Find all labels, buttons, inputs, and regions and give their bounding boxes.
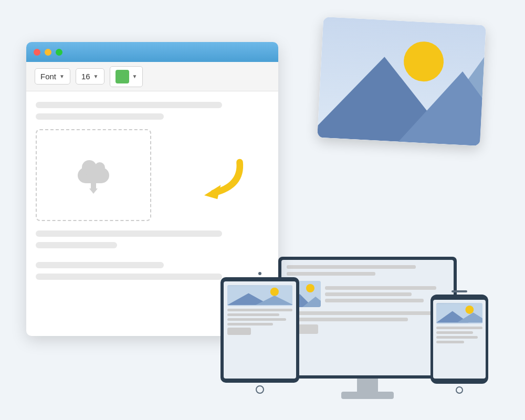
upload-dropzone[interactable] <box>36 129 151 221</box>
phone-frame <box>430 295 488 384</box>
phone-device <box>430 290 488 394</box>
tablet-line-4 <box>227 323 273 326</box>
monitor-mini-line-1 <box>325 286 436 290</box>
monitor-display <box>281 260 454 375</box>
monitor-mini-lines <box>325 281 448 307</box>
traffic-light-green[interactable] <box>56 49 62 56</box>
traffic-light-yellow[interactable] <box>45 49 51 56</box>
content-line-4 <box>36 242 117 248</box>
monitor-mini-line-2 <box>325 292 412 296</box>
phone-line-3 <box>436 336 478 339</box>
font-arrow: ▼ <box>59 74 65 79</box>
content-line-5 <box>36 262 164 268</box>
phone-line-2 <box>436 331 473 334</box>
cloud-arrow <box>91 180 96 190</box>
svg-point-7 <box>306 284 314 292</box>
tablet-screen <box>224 281 296 379</box>
content-line-1 <box>36 102 222 108</box>
monitor-line-3 <box>287 311 440 315</box>
browser-titlebar <box>26 42 278 62</box>
tablet-mini-image <box>227 285 292 306</box>
content-line-2 <box>36 113 164 120</box>
photo-card <box>317 17 486 146</box>
tablet-line-1 <box>227 309 292 311</box>
tablet-line-2 <box>227 313 279 316</box>
phone-line-4 <box>436 341 464 343</box>
font-dropdown[interactable]: Font ▼ <box>35 68 70 85</box>
phone-screen <box>433 300 486 379</box>
color-swatch <box>116 70 129 83</box>
photo-card-inner <box>317 17 486 146</box>
drag-arrow <box>200 158 247 205</box>
scene: Font ▼ 16 ▼ ▼ <box>26 21 499 399</box>
monitor-mini-line-3 <box>325 299 424 302</box>
monitor-stand-base <box>341 392 394 399</box>
content-line-3 <box>36 230 222 237</box>
phone-line-1 <box>436 327 482 329</box>
phone-home-button[interactable] <box>456 386 463 394</box>
phone-speaker <box>452 290 467 292</box>
phone-mini-image <box>436 303 482 324</box>
tablet-device <box>220 272 299 394</box>
svg-point-11 <box>270 288 279 296</box>
browser-toolbar: Font ▼ 16 ▼ ▼ <box>26 62 278 91</box>
traffic-light-red[interactable] <box>34 49 40 56</box>
font-label: Font <box>40 72 56 81</box>
upload-cloud-icon <box>75 161 112 190</box>
content-line-6 <box>36 274 222 280</box>
tablet-home-button[interactable] <box>256 385 264 394</box>
svg-point-15 <box>465 306 474 314</box>
tablet-camera <box>258 272 261 275</box>
size-arrow: ▼ <box>93 74 99 79</box>
monitor-stand-neck <box>357 379 378 392</box>
desktop-monitor <box>278 257 457 399</box>
tablet-line-3 <box>227 318 286 321</box>
monitor-screen <box>278 257 457 379</box>
monitor-article <box>287 281 448 307</box>
size-dropdown[interactable]: 16 ▼ <box>76 68 104 85</box>
color-dropdown[interactable]: ▼ <box>110 66 143 87</box>
monitor-line-4 <box>287 318 408 321</box>
tablet-frame <box>220 277 299 383</box>
tablet-button <box>227 328 251 335</box>
color-arrow: ▼ <box>132 74 138 79</box>
monitor-line-2 <box>287 272 375 276</box>
size-label: 16 <box>81 72 90 81</box>
monitor-line-1 <box>287 265 416 269</box>
svg-marker-0 <box>204 185 221 199</box>
